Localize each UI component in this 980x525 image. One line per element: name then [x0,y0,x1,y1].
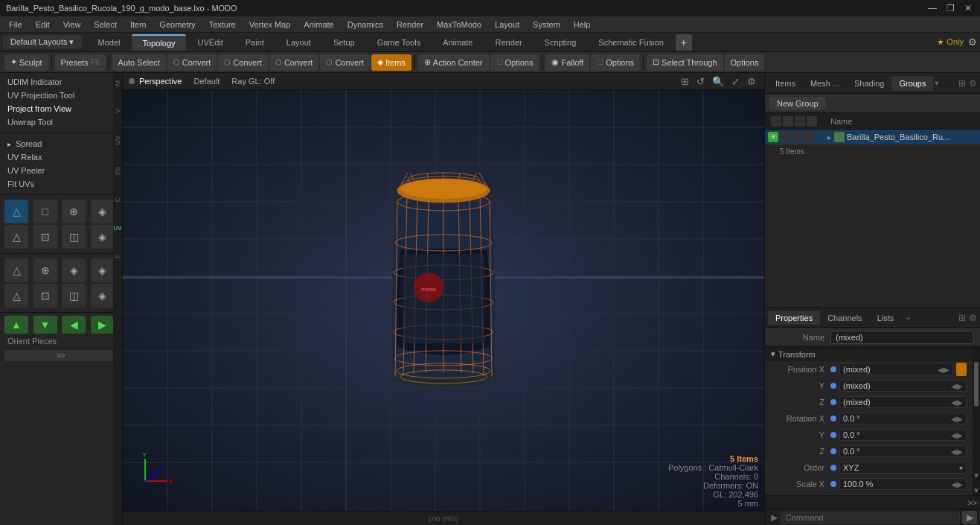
tab-paint[interactable]: Paint [235,35,275,50]
convert-button-2[interactable]: ⬡ Convert [218,54,268,71]
tool-icon-13[interactable]: ⊡ [33,284,57,308]
rtab-expand-button[interactable]: ⊞ [958,78,966,89]
options-button-2[interactable]: ☐ Options [591,54,640,71]
tool-icon-1[interactable]: □ [33,200,57,223]
position-x-arrow[interactable]: ◀▶ [938,366,949,374]
tool-icon-4[interactable]: △ [4,225,28,249]
props-scroll-end-btn[interactable]: ▼ [973,485,980,495]
rtab-gear-icon[interactable]: ⚙ [969,78,977,89]
position-z-arrow[interactable]: ◀▶ [951,398,963,407]
position-z-field[interactable]: (mixed) ◀▶ [839,396,967,408]
command-run-button[interactable]: ▶ [962,511,977,524]
rotation-x-arrow[interactable]: ◀▶ [951,415,963,423]
menu-help[interactable]: Help [568,19,597,31]
tool-icon-15[interactable]: ◈ [91,284,115,308]
menu-select[interactable]: Select [88,19,123,31]
select-through-button[interactable]: ⊡ Select Through [647,54,723,71]
move-right-button[interactable]: ▶ [91,316,115,334]
sidebar-item-spread[interactable]: ▸ Spread [0,137,122,150]
viewport-ctrl-3[interactable]: 🔍 [710,76,726,87]
menu-geometry[interactable]: Geometry [153,19,201,31]
tool-icon-7[interactable]: ◈ [91,225,115,249]
menu-view[interactable]: View [57,19,87,31]
sidebar-item-uv-relax[interactable]: UV Relax [0,150,122,164]
ptab-channels[interactable]: Channels [820,311,869,325]
rtab-items[interactable]: Items [768,76,803,91]
tab-layout[interactable]: Layout [276,35,321,50]
rotation-z-dot[interactable] [830,448,836,454]
tool-icon-12[interactable]: △ [4,284,28,308]
viewport-maximize-button[interactable]: ⤢ [729,76,742,87]
menu-maxtomodo[interactable]: MaxToModo [431,19,487,31]
menu-texture[interactable]: Texture [203,19,242,31]
sculpt-button[interactable]: ✦ Sculpt [4,54,48,71]
rtab-dropdown-icon[interactable]: ▾ [935,78,939,88]
rotation-x-field[interactable]: 0.0 ° ◀▶ [839,413,967,424]
props-scroll-down-btn[interactable]: ▼ [973,470,980,480]
move-up-button[interactable]: ▲ [4,316,28,334]
item-icon-4[interactable] [804,132,814,142]
sidebar-item-udim[interactable]: UDIM Indicator [0,75,122,89]
ptab-properties[interactable]: Properties [768,311,820,325]
order-dot[interactable] [830,465,836,471]
rtab-mesh[interactable]: Mesh ... [803,76,847,91]
restore-button[interactable]: ❐ [944,3,956,13]
tool-icon-5[interactable]: ⊡ [33,225,57,249]
sidebar-item-unwrap[interactable]: Unwrap Tool [0,115,122,129]
tab-schematic-fusion[interactable]: Schematic Fusion [588,35,673,50]
menu-dynamics[interactable]: Dynamics [342,19,389,31]
position-z-dot[interactable] [830,399,836,405]
order-dropdown-arrow[interactable]: ▾ [959,464,963,472]
menu-edit[interactable]: Edit [30,19,56,31]
menu-system[interactable]: System [527,19,566,31]
menu-animate[interactable]: Animate [298,19,339,31]
falloff-button[interactable]: ◉ Falloff [545,54,589,71]
tab-render[interactable]: Render [484,35,532,50]
sub-item-row[interactable]: 5 Items [765,144,980,158]
tool-icon-6[interactable]: ◫ [62,225,86,249]
sidebar-item-uv-projection[interactable]: UV Projection Tool [0,89,122,102]
action-center-button[interactable]: ⊕ Action Center [418,54,489,71]
menu-layout[interactable]: Layout [489,19,525,31]
viewport[interactable]: Perspective Default Ray GL: Off ⊞ ↺ 🔍 ⤢ … [123,73,764,525]
tool-icon-10[interactable]: ◈ [62,258,86,282]
tab-animate[interactable]: Animate [432,35,483,50]
convert-button-3[interactable]: ⬡ Convert [269,54,319,71]
viewport-canvas[interactable]: modo X Y Z 5 Items Polygons : Catmull-Cl… [123,90,764,510]
rtab-shading[interactable]: Shading [847,76,891,91]
props-forward-button[interactable]: >> [967,498,977,507]
rotation-z-arrow[interactable]: ◀▶ [951,448,963,456]
tool-icon-0[interactable]: △ [4,200,28,223]
order-field[interactable]: XYZ ▾ [839,462,967,474]
position-y-field[interactable]: (mixed) ◀▶ [839,380,967,392]
menu-render[interactable]: Render [391,19,429,31]
tool-icon-9[interactable]: ⊕ [33,258,57,282]
props-scrollbar-thumb[interactable] [974,362,979,407]
rotation-y-arrow[interactable]: ◀▶ [951,431,963,439]
tab-scripting[interactable]: Scripting [534,35,587,50]
new-group-button[interactable]: New Group [769,97,826,110]
menu-vertex-map[interactable]: Vertex Map [243,19,297,31]
viewport-ctrl-2[interactable]: ↺ [694,76,707,87]
move-left-button[interactable]: ◀ [62,316,86,334]
item-row-barilla[interactable]: 👁 ▸ Barilla_Pesto_Basilico_Ru... [765,130,980,144]
tool-icon-3[interactable]: ◈ [91,200,115,223]
items-button[interactable]: ◈ Items [371,54,411,71]
tool-icon-8[interactable]: △ [4,258,28,282]
tab-uvedit[interactable]: UVEdit [188,35,234,50]
menu-item[interactable]: Item [124,19,152,31]
presets-button[interactable]: Presets F6 [55,54,106,71]
sidebar-more-button[interactable]: >> [4,350,118,361]
item-expand-arrow[interactable]: ▸ [827,133,831,141]
rtab-groups[interactable]: Groups [891,76,933,91]
position-y-arrow[interactable]: ◀▶ [951,382,963,390]
scale-x-field[interactable]: 100.0 % ◀▶ [839,478,967,490]
rotation-x-dot[interactable] [830,416,836,421]
tab-model[interactable]: Model [88,35,131,50]
position-x-field[interactable]: (mixed) ◀▶ [839,363,953,375]
add-tab-button[interactable]: + [676,34,692,51]
options-button-1[interactable]: ☐ Options [490,54,539,71]
sidebar-item-fit-uvs[interactable]: Fit UVs [0,177,122,191]
rotation-z-field[interactable]: 0.0 ° ◀▶ [839,445,967,457]
tool-icon-11[interactable]: ◈ [91,258,115,282]
